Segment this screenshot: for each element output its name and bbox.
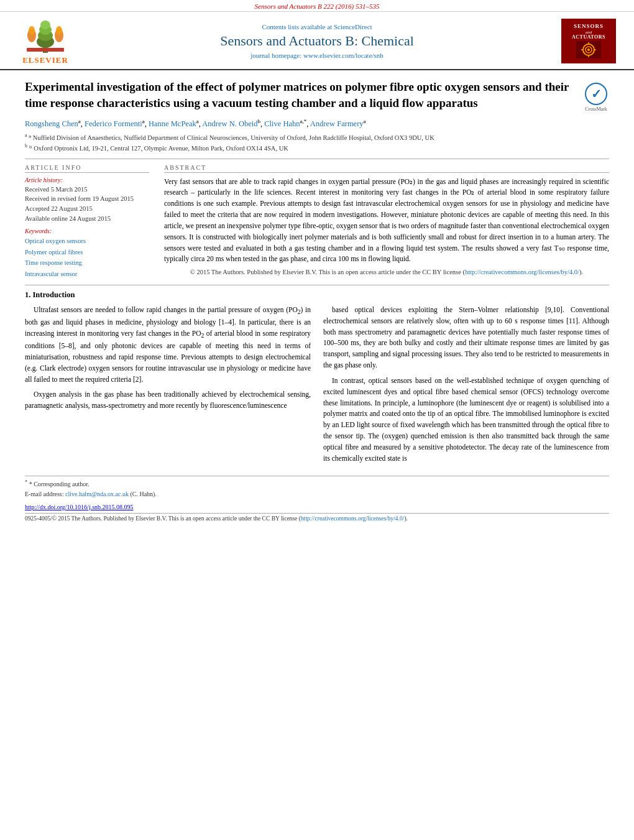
sensors-logo-text-sensors: SENSORS (574, 24, 604, 30)
elsevier-label: ELSEVIER (22, 55, 68, 65)
elsevier-tree-icon (21, 17, 70, 54)
article-history-label: Article history: (25, 177, 149, 183)
main-col-left: Ultrafast sensors are needed to follow r… (25, 305, 311, 468)
doi-line: http://dx.doi.org/10.1016/j.snb.2015.08.… (25, 504, 609, 510)
doi-link[interactable]: http://dx.doi.org/10.1016/j.snb.2015.08.… (25, 504, 134, 510)
keyword-1: Optical oxygen sensors (25, 236, 149, 247)
top-citation-text: Sensors and Actuators B 222 (2016) 531–5… (255, 2, 380, 10)
svg-point-6 (29, 26, 35, 35)
journal-header: ELSEVIER Contents lists available at Sci… (0, 12, 634, 70)
article-info-col: ARTICLE INFO Article history: Received 5… (25, 164, 149, 280)
content-list-line: Contents lists available at ScienceDirec… (80, 23, 554, 30)
intro-para-4: In contrast, optical sensors based on th… (323, 376, 609, 464)
received-revised-date: Received in revised form 19 August 2015 (25, 194, 149, 204)
article-info-label: ARTICLE INFO (25, 164, 149, 173)
keyword-3: Time response testing (25, 257, 149, 269)
abstract-text: Very fast sensors that are able to track… (164, 177, 609, 265)
keywords-list: Optical oxygen sensors Polymer optical f… (25, 236, 149, 280)
crossmark-label: CrossMark (585, 106, 607, 112)
sciencedirect-link[interactable]: ScienceDirect (334, 23, 372, 30)
footnote-corresponding: * * Corresponding author. (25, 479, 609, 489)
affiliation-b: b ᵇ Oxford Optronix Ltd, 19-21, Central … (25, 142, 609, 153)
abstract-label: ABSTRACT (164, 164, 609, 173)
journal-title-center: Contents lists available at ScienceDirec… (80, 23, 554, 59)
journal-homepage: journal homepage: www.elsevier.com/locat… (80, 52, 554, 59)
abstract-copyright-link[interactable]: http://creativecommons.org/licenses/by/4… (465, 269, 579, 275)
homepage-link[interactable]: www.elsevier.com/locate/snb (303, 52, 384, 59)
main-two-col: Ultrafast sensors are needed to follow r… (25, 305, 609, 468)
authors-text: Rongsheng Chena, Federico Formentia, Han… (25, 119, 366, 128)
affiliation-a: a ᵃ Nuffield Division of Anaesthetics, N… (25, 132, 609, 142)
footer-link[interactable]: http://creativecommons.org/licenses/by/4… (301, 515, 405, 522)
footnote-email-link[interactable]: clive.halm@nda.ox.ac.uk (65, 491, 129, 497)
main-col-right: based optical devices exploiting the Ste… (323, 305, 609, 468)
keyword-2: Polymer optical fibres (25, 247, 149, 258)
section-divider-1 (25, 159, 609, 159)
sensors-logo-box: SENSORS and ACTUATORS (554, 19, 623, 63)
affiliations: a ᵃ Nuffield Division of Anaesthetics, N… (25, 132, 609, 154)
received-date: Received 5 March 2015 (25, 185, 149, 195)
svg-point-13 (587, 48, 590, 51)
introduction-heading: 1. Introduction (25, 290, 609, 300)
article-title: Experimental investigation of the effect… (25, 79, 583, 111)
article-title-section: Experimental investigation of the effect… (25, 79, 609, 112)
sensors-logo-graphic (576, 41, 601, 58)
journal-main-title: Sensors and Actuators B: Chemical (80, 33, 554, 49)
intro-para-2: Oxygen analysis in the gas phase has bee… (25, 389, 311, 412)
page-wrapper: Sensors and Actuators B 222 (2016) 531–5… (0, 0, 634, 840)
svg-point-4 (40, 21, 50, 29)
abstract-col: ABSTRACT Very fast sensors that are able… (164, 164, 609, 280)
accepted-date: Accepted 22 August 2015 (25, 204, 149, 214)
svg-rect-9 (27, 48, 64, 52)
section-divider-2 (25, 285, 609, 285)
available-date: Available online 24 August 2015 (25, 214, 149, 224)
authors-line: Rongsheng Chena, Federico Formentia, Han… (25, 117, 609, 130)
bottom-footer: 0925-4005/© 2015 The Authors. Published … (25, 513, 609, 522)
crossmark-box: ✓ CrossMark (583, 83, 609, 112)
keywords-label: Keywords: (25, 228, 149, 234)
svg-point-8 (56, 26, 62, 35)
top-citation-bar: Sensors and Actuators B 222 (2016) 531–5… (0, 0, 634, 12)
footnote-section: * * Corresponding author. E-mail address… (25, 476, 609, 498)
footer-text: 0925-4005/© 2015 The Authors. Published … (25, 515, 408, 522)
abstract-copyright: © 2015 The Authors. Published by Elsevie… (164, 269, 609, 275)
keyword-4: Intravascular sensor (25, 269, 149, 280)
sensors-logo-text-actuators: ACTUATORS (572, 35, 605, 40)
crossmark-icon[interactable]: ✓ (585, 83, 607, 105)
article-info-abstract-section: ARTICLE INFO Article history: Received 5… (25, 164, 609, 280)
elsevier-logo: ELSEVIER (11, 17, 80, 65)
article-body: Experimental investigation of the effect… (0, 70, 634, 528)
footnote-email: E-mail address: clive.halm@nda.ox.ac.uk … (25, 489, 609, 499)
intro-para-3: based optical devices exploiting the Ste… (323, 305, 609, 371)
sensors-logo-img: SENSORS and ACTUATORS (561, 19, 616, 63)
intro-para-1: Ultrafast sensors are needed to follow r… (25, 305, 311, 385)
